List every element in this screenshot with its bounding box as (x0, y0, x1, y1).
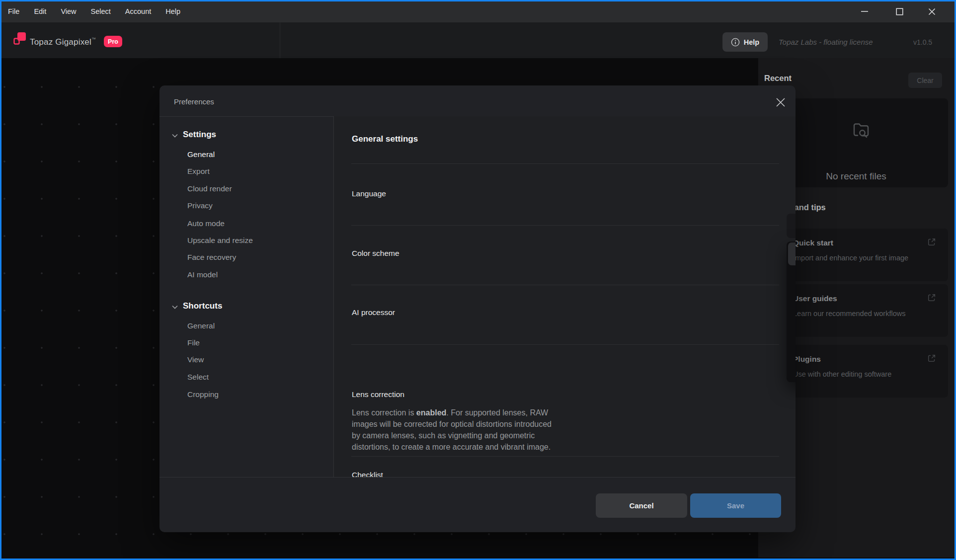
help-button[interactable]: Help (722, 32, 768, 52)
language-option-german[interactable]: Deutsch (German) (788, 265, 796, 288)
dialog-title: Preferences (174, 97, 214, 106)
preferences-dialog: Preferences Settings General Export Clou… (159, 85, 796, 532)
language-option-french[interactable]: Français (French) (788, 288, 796, 311)
folder-search-icon (851, 121, 871, 141)
quick-start-desc: Import and enhance your first image (793, 252, 912, 263)
help-button-label: Help (744, 38, 759, 46)
language-select[interactable]: English (787, 214, 796, 238)
menu-file[interactable]: File (8, 7, 19, 15)
close-window-button[interactable] (923, 4, 940, 19)
user-guides-title: User guides (793, 294, 837, 303)
menu-select[interactable]: Select (91, 7, 111, 15)
plugins-desc: Use with other editing software (793, 369, 912, 380)
enabled-emphasis: enabled (416, 408, 446, 417)
content-divider (351, 163, 779, 164)
info-icon (731, 38, 740, 47)
dialog-footer-divider (159, 477, 796, 478)
row-divider (351, 225, 779, 226)
language-option-japanese[interactable]: 日本語 (Japanese) (788, 311, 796, 334)
sidebar-item-settings-upscale-and-resize[interactable]: Upscale and resize (187, 236, 253, 245)
chevron-down-icon (171, 303, 179, 311)
maximize-icon (896, 8, 903, 15)
row-divider (351, 344, 779, 345)
sidebar-item-shortcuts-general[interactable]: General (187, 321, 215, 330)
sidebar-item-shortcuts-cropping[interactable]: Cropping (187, 390, 219, 399)
sidebar-item-settings-export[interactable]: Export (187, 167, 210, 176)
menu-edit[interactable]: Edit (34, 7, 46, 15)
save-button[interactable]: Save (690, 493, 781, 518)
language-dropdown: English (English) Deutsch (German) Franç… (787, 241, 796, 382)
plugins-title: Plugins (793, 355, 821, 364)
language-label: Language (352, 189, 386, 198)
clear-recent-button[interactable]: Clear (908, 73, 942, 88)
maximize-button[interactable] (891, 4, 908, 19)
menubar: File Edit View Select Account Help (0, 0, 956, 22)
checklist-label: Checklist (352, 471, 383, 477)
language-option-spanish[interactable]: Español (Spanish) (788, 334, 796, 357)
ai-processor-label: AI processor (352, 308, 395, 317)
trademark-symbol: ™ (91, 37, 96, 42)
topaz-logo-icon (13, 32, 26, 45)
cancel-button[interactable]: Cancel (596, 493, 687, 518)
language-option-portuguese[interactable]: Português (Portuguese) (788, 357, 796, 380)
sidebar-section-shortcuts[interactable]: Shortcuts (183, 301, 222, 311)
content-heading: General settings (352, 134, 418, 144)
menu-help[interactable]: Help (165, 7, 180, 15)
external-link-icon (927, 293, 936, 302)
language-option-english[interactable]: English (English) (788, 242, 796, 265)
brand-name: Topaz Gigapixel™ (30, 37, 96, 47)
sidebar-item-settings-cloud-render[interactable]: Cloud render (187, 184, 232, 193)
sidebar-item-settings-general[interactable]: General (187, 150, 215, 159)
app-window: File Edit View Select Account Help Topaz… (0, 0, 956, 560)
external-link-icon (927, 354, 936, 363)
lens-correction-description: Lens correction is enabled. For supporte… (352, 407, 560, 453)
sidebar-item-shortcuts-select[interactable]: Select (187, 373, 209, 382)
row-divider (351, 285, 779, 285)
settings-content: General settings Language Color scheme A… (334, 116, 796, 477)
recent-title: Recent (764, 74, 792, 83)
titlebar-divider (280, 22, 280, 58)
sidebar-item-shortcuts-view[interactable]: View (187, 355, 204, 364)
dialog-close-button[interactable] (774, 95, 788, 109)
version-text: v1.0.5 (913, 38, 932, 46)
pro-badge: Pro (104, 36, 122, 47)
external-link-icon (927, 238, 936, 246)
license-text: Topaz Labs - floating license (779, 38, 873, 46)
sidebar-item-settings-auto-mode[interactable]: Auto mode (187, 219, 225, 228)
sidebar-section-settings[interactable]: Settings (183, 130, 216, 140)
quick-start-title: Quick start (793, 239, 833, 247)
close-icon (928, 8, 936, 15)
lens-correction-label: Lens correction (352, 390, 404, 399)
sidebar-item-settings-privacy[interactable]: Privacy (187, 201, 213, 210)
menu-view[interactable]: View (61, 7, 76, 15)
minimize-button[interactable] (856, 4, 873, 19)
row-divider (351, 456, 779, 457)
menu-account[interactable]: Account (125, 7, 151, 15)
color-scheme-label: Color scheme (352, 249, 399, 258)
sidebar-item-settings-ai-model[interactable]: AI model (187, 270, 218, 279)
minimize-icon (861, 7, 869, 15)
sidebar-item-settings-face-recovery[interactable]: Face recovery (187, 253, 236, 262)
sidebar-item-shortcuts-file[interactable]: File (187, 338, 200, 347)
user-guides-desc: Learn our recommended workflows (793, 308, 912, 319)
close-icon (775, 97, 786, 108)
chevron-down-icon (171, 132, 179, 140)
